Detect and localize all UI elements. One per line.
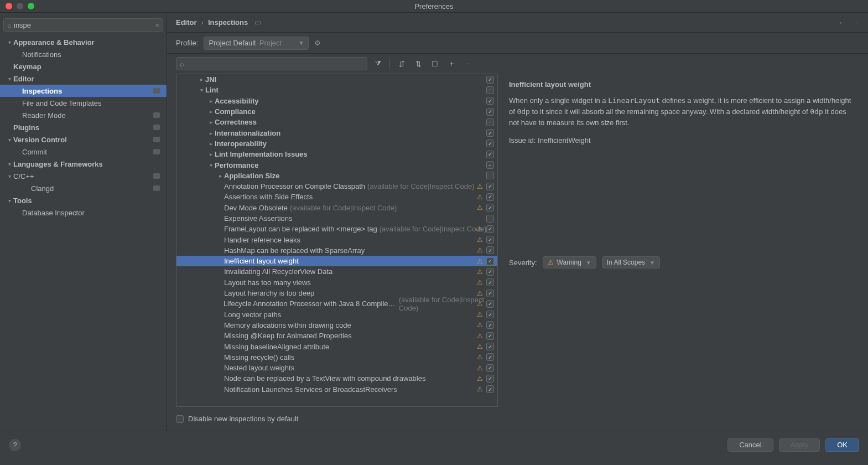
profile-dropdown[interactable]: Project Default Project ▼ — [204, 37, 309, 50]
remove-icon[interactable]: − — [462, 58, 474, 70]
help-button[interactable]: ? — [9, 439, 21, 451]
sidebar-item-version-control[interactable]: ▾Version Control — [0, 133, 167, 146]
expand-all-icon[interactable]: ⇵ — [396, 58, 408, 70]
reset-icon[interactable]: ☐ — [429, 58, 441, 70]
inspection-checkbox[interactable] — [486, 183, 494, 190]
inspection-checkbox[interactable] — [486, 332, 494, 340]
sidebar-item-clangd[interactable]: Clangd — [0, 182, 167, 194]
cancel-button[interactable]: Cancel — [727, 438, 773, 452]
inspection-row[interactable]: ▸Internationalization — [176, 127, 497, 138]
inspection-row[interactable]: Lifecycle Annotation Processor with Java… — [176, 298, 497, 309]
inspection-checkbox[interactable] — [486, 151, 494, 158]
inspection-row[interactable]: Missing baselineAligned attribute⚠ — [176, 341, 497, 352]
sidebar-item-keymap[interactable]: Keymap — [0, 60, 167, 73]
severity-dropdown[interactable]: ⚠ Warning ▼ — [543, 256, 596, 268]
inspection-search-input[interactable] — [186, 60, 363, 68]
inspection-tree[interactable]: ▸JNI▾Lint▸Accessibility▸Compliance▸Corre… — [176, 74, 498, 407]
sidebar-item-database-inspector[interactable]: Database Inspector — [0, 206, 167, 219]
inspection-row[interactable]: Assertions with Side Effects⚠ — [176, 192, 497, 202]
sidebar-item-inspections[interactable]: Inspections — [0, 85, 167, 97]
clear-search-icon[interactable]: × — [155, 21, 159, 29]
inspection-checkbox[interactable] — [486, 172, 494, 179]
inspection-checkbox[interactable] — [486, 375, 494, 383]
maximize-window-button[interactable] — [28, 3, 34, 9]
inspection-row[interactable]: ▸JNI — [176, 74, 497, 85]
inspection-row[interactable]: Invalidating All RecyclerView Data⚠ — [176, 266, 497, 277]
sidebar-item-notifications[interactable]: Notifications — [0, 48, 167, 60]
sidebar-search[interactable]: ⌕ × — [3, 18, 163, 32]
inspection-checkbox[interactable] — [486, 268, 494, 276]
inspection-checkbox[interactable] — [486, 278, 494, 286]
inspection-row[interactable]: Inefficient layout weight⚠ — [176, 256, 497, 266]
inspection-row[interactable]: Annotation Processor on Compile Classpat… — [176, 181, 497, 192]
inspection-checkbox[interactable] — [486, 246, 494, 254]
sidebar-item-reader-mode[interactable]: Reader Mode — [0, 109, 167, 121]
inspection-row[interactable]: ▸Application Size — [176, 170, 497, 181]
inspection-checkbox[interactable] — [486, 86, 494, 94]
sidebar-item-appearance-behavior[interactable]: ▾Appearance & Behavior — [0, 36, 167, 48]
inspection-row[interactable]: Dev Mode Obsolete(available for Code|Ins… — [176, 203, 497, 213]
inspection-checkbox[interactable] — [486, 353, 494, 361]
inspection-row[interactable]: Layout has too many views⚠ — [176, 277, 497, 288]
apply-button[interactable]: Apply — [779, 438, 820, 452]
inspection-row[interactable]: ▸Correctness — [176, 117, 497, 127]
inspection-row[interactable]: Nested layout weights⚠ — [176, 363, 497, 373]
sidebar-item-plugins[interactable]: Plugins — [0, 121, 167, 133]
sidebar-item-languages-frameworks[interactable]: ▾Languages & Frameworks — [0, 158, 167, 170]
sidebar-item-editor[interactable]: ▾Editor — [0, 73, 167, 85]
sidebar-item-c-c-[interactable]: ▾C/C++ — [0, 170, 167, 182]
sidebar-item-file-and-code-templates[interactable]: File and Code Templates — [0, 97, 167, 109]
inspection-row[interactable]: ▾Lint — [176, 85, 497, 95]
inspection-row[interactable]: ▸Lint Implementation Issues — [176, 149, 497, 159]
inspection-checkbox[interactable] — [486, 215, 494, 223]
inspection-row[interactable]: Node can be replaced by a TextView with … — [176, 373, 497, 384]
inspection-checkbox[interactable] — [486, 300, 494, 308]
inspection-row[interactable]: Missing @Keep for Animated Properties⚠ — [176, 330, 497, 341]
inspection-checkbox[interactable] — [486, 225, 494, 233]
inspection-checkbox[interactable] — [486, 321, 494, 329]
inspection-checkbox[interactable] — [486, 108, 494, 116]
inspection-checkbox[interactable] — [486, 129, 494, 137]
gear-icon[interactable]: ⚙ — [314, 39, 321, 47]
nav-forward-icon[interactable]: → — [852, 18, 859, 27]
nav-back-icon[interactable]: ← — [838, 18, 845, 27]
collapse-all-icon[interactable]: ⇅ — [412, 58, 424, 70]
inspection-row[interactable]: Long vector paths⚠ — [176, 309, 497, 320]
inspection-checkbox[interactable] — [486, 257, 494, 265]
inspection-row[interactable]: ▸Interoperability — [176, 138, 497, 149]
inspection-checkbox[interactable] — [486, 204, 494, 211]
inspection-row[interactable]: ▾Performance — [176, 159, 497, 170]
minimize-window-button[interactable] — [17, 3, 23, 9]
inspection-row[interactable]: HashMap can be replaced with SparseArray… — [176, 245, 497, 256]
inspection-search[interactable]: ⌕ — [176, 57, 367, 70]
inspection-checkbox[interactable] — [486, 97, 494, 105]
inspection-row[interactable]: Handler reference leaks⚠ — [176, 234, 497, 245]
inspection-checkbox[interactable] — [486, 364, 494, 372]
sidebar-search-input[interactable] — [14, 21, 155, 29]
sidebar-item-tools[interactable]: ▾Tools — [0, 194, 167, 206]
inspection-checkbox[interactable] — [486, 161, 494, 169]
inspection-row[interactable]: Memory allocations within drawing code⚠ — [176, 320, 497, 330]
inspection-row[interactable]: Expensive Assertions — [176, 213, 497, 224]
disable-new-inspections-checkbox[interactable]: Disable new inspections by default — [176, 415, 298, 423]
scope-dropdown[interactable]: In All Scopes ▼ — [602, 256, 660, 268]
inspection-row[interactable]: FrameLayout can be replaced with <merge>… — [176, 224, 497, 234]
inspection-row[interactable]: ▸Accessibility — [176, 96, 497, 106]
inspection-checkbox[interactable] — [486, 311, 494, 318]
inspection-checkbox[interactable] — [486, 236, 494, 244]
filter-icon[interactable]: ⧩ — [372, 58, 384, 70]
inspection-checkbox[interactable] — [486, 343, 494, 350]
inspection-checkbox[interactable] — [486, 76, 494, 84]
inspection-checkbox[interactable] — [486, 385, 494, 393]
add-icon[interactable]: ＋ — [445, 58, 458, 70]
ok-button[interactable]: OK — [825, 438, 859, 452]
sidebar-item-commit[interactable]: Commit — [0, 146, 167, 158]
close-window-button[interactable] — [6, 3, 12, 9]
inspection-checkbox[interactable] — [486, 118, 494, 126]
breadcrumb-parent[interactable]: Editor — [176, 18, 197, 27]
inspection-checkbox[interactable] — [486, 193, 494, 201]
inspection-checkbox[interactable] — [486, 140, 494, 147]
inspection-row[interactable]: Notification Launches Services or Broadc… — [176, 384, 497, 395]
inspection-row[interactable]: Missing recycle() calls⚠ — [176, 352, 497, 363]
inspection-row[interactable]: ▸Compliance — [176, 106, 497, 117]
